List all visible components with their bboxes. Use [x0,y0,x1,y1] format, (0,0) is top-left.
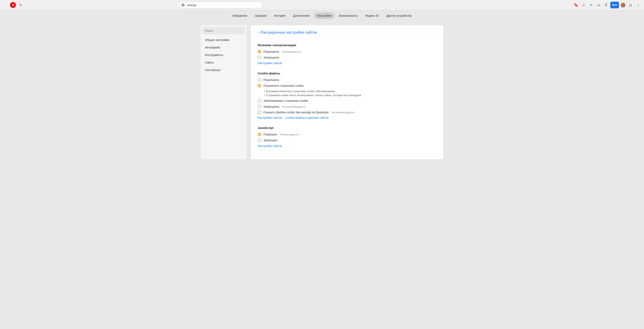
back-button[interactable]: ← [2,2,8,8]
cookies-allowed-radio[interactable] [258,78,261,82]
cookies-allowed-label: Разрешены [264,78,279,82]
page-header: ‹ Расширенные настройки сайтов [258,30,436,38]
js-allowed-option[interactable]: Разрешен Рекомендуется [258,132,436,136]
cookies-site-settings-link[interactable]: Настройки сайтов [258,116,282,119]
yandex-logo-button[interactable]: Я [10,2,16,8]
sync-blocked-option[interactable]: Запрещена [258,56,436,59]
address-bar [179,2,263,8]
js-allowed-hint: Рекомендуется [280,133,299,136]
yandex-logo: Я [10,2,16,8]
cookies-block-radio[interactable] [258,99,261,103]
cookie-bullet-1: В режиме Инкогнито сторонние cookie забл… [264,90,436,93]
cookies-blocked-hint: Не рекомендуется [282,105,306,108]
sync-blocked-radio[interactable] [258,56,261,59]
tab-favorites[interactable]: Избранное [229,12,251,19]
cookies-allowed-option[interactable]: Разрешены [258,78,436,82]
back-link[interactable]: ‹ [258,30,259,35]
address-input[interactable] [179,2,263,8]
alert-icon: ⚠ [582,3,585,7]
new-label: New [612,4,617,6]
search-container [202,27,245,34]
screen-icon: ▭ [597,3,600,7]
page-layout: Общие настройки Интерфейс Инструменты Са… [196,25,448,159]
cookie-bullet-2: Сторонние cookie могут использовать толь… [264,94,436,97]
sync-allowed-option[interactable]: Разрешена Рекомендуется [258,50,436,54]
alert-button[interactable]: ⚠ [580,2,587,8]
sidebar-item-tools[interactable]: Инструменты [202,51,245,59]
js-blocked-radio[interactable] [258,138,261,142]
cookies-blocked-radio[interactable] [258,105,261,108]
js-links: Настройки сайтов [258,144,436,148]
cookies-limit-radio[interactable] [258,84,261,88]
cookies-block-label: Заблокировать сторонние cookie [264,99,308,102]
cookies-title: Cookie-файлы [258,72,436,75]
javascript-title: JavaScript [258,126,436,130]
clear-cookies-checkbox[interactable] [258,110,261,114]
avatar-icon: 🟤 [620,2,626,8]
sync-blocked-label: Запрещена [264,56,279,59]
tab-settings[interactable]: Настройки [314,12,335,19]
translate-icon: Tr [590,4,592,7]
search-input[interactable] [202,27,245,34]
clear-cookies-option[interactable]: Очищать файлы cookie при выходе из брауз… [258,110,436,114]
clear-cookies-label: Очищать файлы cookie при выходе из брауз… [263,110,328,114]
cookies-limit-label: Ограничить сторонние cookie [264,84,304,87]
cookies-links: Настройки сайтов Cookie-файлы и данные с… [258,116,436,119]
share-button[interactable]: ◻ [627,2,634,8]
translate-button[interactable]: Tr [588,2,594,8]
javascript-section: JavaScript Разрешен Рекомендуется Запрещ… [258,126,436,148]
sync-links: Настройки сайтов [258,62,436,65]
sync-allowed-hint: Рекомендуется [282,50,301,53]
cookies-blocked-label: Запрещены [264,105,279,108]
sync-allowed-label: Разрешена [264,50,279,53]
tab-other-devices[interactable]: Другие устройства [383,12,415,19]
js-blocked-option[interactable]: Запрещен [258,138,436,142]
cookies-limit-option[interactable]: Ограничить сторонние cookie [258,84,436,88]
js-allowed-label: Разрешен [264,133,277,136]
js-blocked-label: Запрещен [264,138,277,142]
background-sync-title: Фоновая синхронизация [258,43,436,47]
cookies-bullets: В режиме Инкогнито сторонние cookie забл… [264,90,436,97]
sidebar-item-sites[interactable]: Сайты [202,59,245,66]
sync-allowed-radio[interactable] [258,50,261,54]
bookmark-icon: 🔖 [574,3,578,7]
qr-button[interactable]: ⠿ [603,2,610,8]
address-favicon [181,3,185,7]
avatar-button[interactable]: 🟤 [620,2,626,8]
tab-security[interactable]: Безопасность [336,12,361,19]
download-button[interactable]: ↓ [635,2,642,8]
bookmark-button[interactable]: 🔖 [573,2,580,8]
screen-button[interactable]: ▭ [595,2,602,8]
refresh-button[interactable]: ↻ [18,2,24,8]
cookies-data-link[interactable]: Cookie-файлы и данные сайтов [286,116,328,119]
tab-yandex-id[interactable]: Яндекс ID [362,12,382,19]
js-site-settings-link[interactable]: Настройки сайтов [258,144,282,148]
sidebar-item-interface[interactable]: Интерфейс [202,44,245,51]
tab-history[interactable]: История [271,12,289,19]
browser-toolbar: ← Я ↻ 🔖 ⚠ Tr ▭ ⠿ [0,0,644,10]
toolbar-icons: 🔖 ⚠ Tr ▭ ⠿ New 🟤 ◻ ↓ [573,2,642,8]
nav-tabs: Избранное Загрузки История Дополнения На… [0,10,644,21]
sidebar-item-system[interactable]: Системные [202,66,245,74]
cookies-blocked-option[interactable]: Запрещены Не рекомендуется [258,105,436,108]
main-content: ‹ Расширенные настройки сайтов Фоновая с… [251,25,443,159]
sync-site-settings-link[interactable]: Настройки сайтов [258,62,282,65]
browser-chrome: ← Я ↻ 🔖 ⚠ Tr ▭ ⠿ [0,0,644,10]
share-icon: ◻ [629,3,632,7]
background-sync-section: Фоновая синхронизация Разрешена Рекоменд… [258,43,436,65]
qr-icon: ⠿ [605,3,608,7]
sidebar-item-general[interactable]: Общие настройки [202,36,245,44]
cookies-block-option[interactable]: Заблокировать сторонние cookie [258,99,436,103]
download-icon: ↓ [637,3,639,7]
sidebar: Общие настройки Интерфейс Инструменты Са… [201,25,247,159]
clear-cookies-hint: Не рекомендуется [332,111,354,114]
page-title: Расширенные настройки сайтов [260,30,317,35]
tab-extensions[interactable]: Дополнения [290,12,313,19]
tab-downloads[interactable]: Загрузки [252,12,270,19]
js-allowed-radio[interactable] [258,132,261,136]
cookies-section: Cookie-файлы Разрешены Ограничить сторон… [258,72,436,119]
new-feature-button[interactable]: New [610,2,619,8]
